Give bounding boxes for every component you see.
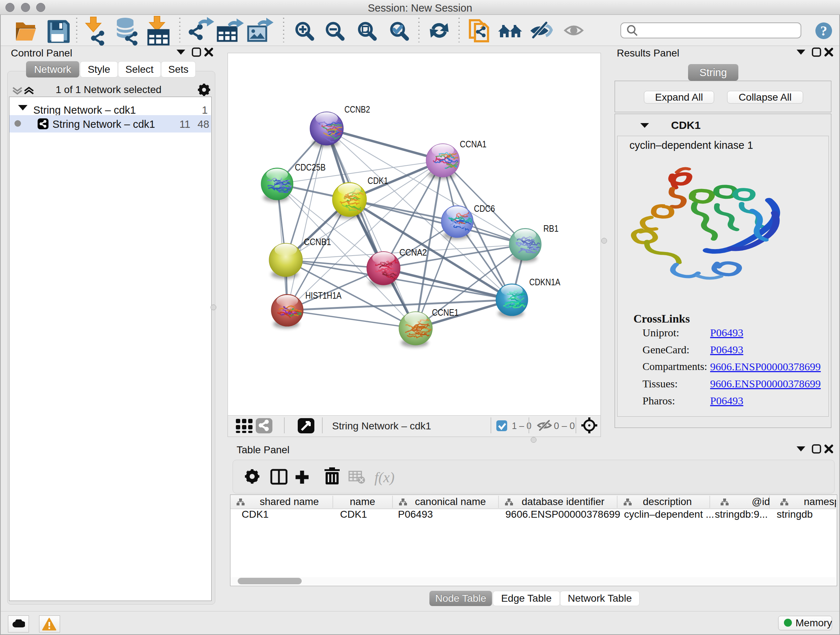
svg-text:9606.ENSP00000378699: 9606.ENSP00000378699 bbox=[505, 509, 621, 520]
svg-text:stringdb:9...: stringdb:9... bbox=[715, 509, 767, 520]
svg-text:0 – 0: 0 – 0 bbox=[554, 420, 575, 431]
svg-text:shared name: shared name bbox=[260, 496, 319, 507]
svg-text:1 – 0: 1 – 0 bbox=[512, 420, 531, 431]
svg-text:@id: @id bbox=[752, 496, 770, 507]
svg-text:namespace: namespace bbox=[804, 496, 836, 507]
svg-text:CDC6: CDC6 bbox=[474, 203, 495, 214]
svg-text:canonical name: canonical name bbox=[415, 496, 486, 507]
svg-text:CCNA1: CCNA1 bbox=[460, 139, 486, 149]
svg-text:HIST1H1A: HIST1H1A bbox=[305, 290, 342, 301]
svg-text:P06493: P06493 bbox=[398, 509, 433, 520]
svg-text:description: description bbox=[643, 496, 692, 507]
svg-text:CDKN1A: CDKN1A bbox=[529, 277, 561, 287]
svg-text:?: ? bbox=[821, 23, 827, 38]
svg-text:CCNA2: CCNA2 bbox=[399, 247, 427, 258]
svg-text:String Network – cdk1: String Network – cdk1 bbox=[332, 420, 431, 432]
svg-text:database identifier: database identifier bbox=[522, 496, 605, 507]
svg-text:CDK1: CDK1 bbox=[242, 509, 269, 520]
svg-text:CCNE1: CCNE1 bbox=[432, 307, 459, 318]
svg-text:CCNB2: CCNB2 bbox=[344, 104, 370, 115]
svg-text:stringdb: stringdb bbox=[777, 509, 813, 520]
svg-text:CDK1: CDK1 bbox=[340, 509, 367, 520]
svg-text:RB1: RB1 bbox=[543, 223, 559, 234]
svg-text:CDK1: CDK1 bbox=[368, 175, 388, 186]
svg-text:name: name bbox=[350, 496, 375, 507]
svg-text:CDC25B: CDC25B bbox=[295, 162, 325, 173]
svg-text:CCNB1: CCNB1 bbox=[304, 236, 331, 247]
svg-text:f(x): f(x) bbox=[374, 469, 395, 486]
svg-text:cyclin–dependent ...: cyclin–dependent ... bbox=[624, 509, 714, 520]
